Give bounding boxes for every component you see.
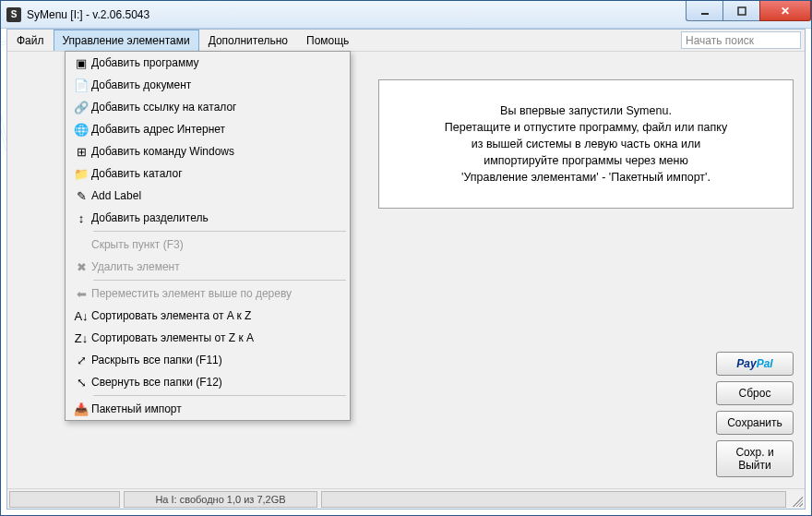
link-icon: 🔗 bbox=[71, 101, 91, 114]
window-controls: ✕ bbox=[686, 1, 811, 21]
folder-icon: 📁 bbox=[71, 167, 91, 181]
menu-item-label: Раскрыть все папки (F11) bbox=[91, 354, 340, 366]
paypal-button[interactable]: PayPal bbox=[716, 352, 794, 376]
resize-grip[interactable] bbox=[790, 494, 803, 507]
menu-item-label: Скрыть пункт (F3) bbox=[91, 238, 340, 251]
info-line: Перетащите и отпустите программу, файл и… bbox=[445, 119, 727, 136]
windows-icon: ⊞ bbox=[71, 145, 91, 159]
menu-separator bbox=[93, 231, 346, 232]
minimize-button[interactable] bbox=[686, 1, 722, 21]
maximize-button[interactable] bbox=[722, 1, 759, 21]
app-icon: S bbox=[6, 7, 21, 22]
menu-item-label: Добавить ссылку на каталог bbox=[91, 101, 340, 114]
save-button[interactable]: Сохранить bbox=[716, 411, 794, 435]
close-button[interactable]: ✕ bbox=[759, 1, 811, 21]
separator-icon: ↕ bbox=[71, 211, 91, 225]
info-line: Вы впервые запустили Symenu. bbox=[445, 102, 727, 119]
menu-item[interactable]: 📄Добавить документ bbox=[66, 74, 350, 96]
menu-manage[interactable]: Управление элементами bbox=[54, 30, 199, 51]
doc-icon: 📄 bbox=[71, 78, 91, 92]
menu-item-label: Переместить элемент выше по дереву bbox=[91, 287, 340, 300]
status-disk: На I: свободно 1,0 из 7,2GB bbox=[124, 491, 317, 508]
menu-item[interactable]: 🌐Добавить адрес Интернет bbox=[66, 118, 350, 140]
menu-item-label: Добавить команду Windows bbox=[91, 145, 340, 158]
menu-item[interactable]: ↕Добавить разделитель bbox=[66, 207, 350, 229]
menu-item[interactable]: 📁Добавить каталог bbox=[66, 162, 350, 185]
menu-item-label: Удалить элемент bbox=[91, 260, 340, 273]
close-icon: ✕ bbox=[781, 5, 790, 18]
menu-item[interactable]: ✎Add Label bbox=[66, 185, 350, 207]
menu-item-label: Сортировать элементы от Z к A bbox=[91, 331, 340, 344]
menu-item-label: Добавить документ bbox=[91, 78, 340, 91]
statusbar: На I: свободно 1,0 из 7,2GB bbox=[7, 488, 805, 509]
status-segment bbox=[321, 491, 786, 508]
menu-separator bbox=[93, 395, 346, 396]
globe-icon: 🌐 bbox=[71, 123, 91, 137]
collapse-icon: ⤡ bbox=[71, 376, 91, 390]
app-icon: ▣ bbox=[71, 56, 91, 70]
svg-rect-1 bbox=[738, 7, 746, 15]
menubar: Файл Управление элементами Дополнительно… bbox=[7, 30, 805, 52]
menu-item-label: Пакетный импорт bbox=[91, 402, 340, 415]
window-title: SyMenu [I:] - v.2.06.5043 bbox=[27, 8, 149, 21]
paypal-text-a: Pay bbox=[736, 357, 756, 370]
menu-item[interactable]: 📥Пакетный импорт bbox=[66, 398, 350, 420]
action-buttons: PayPal Сброс Сохранить Сохр. и Выйти bbox=[716, 352, 794, 477]
menu-item-label: Добавить адрес Интернет bbox=[91, 123, 340, 136]
paypal-text-b: Pal bbox=[757, 357, 773, 370]
info-line: из вышей системы в левую часть окна или bbox=[445, 136, 727, 152]
info-line: 'Управление элементами' - 'Пакетный импо… bbox=[445, 169, 727, 186]
status-segment bbox=[9, 491, 120, 508]
window: PORTAL S SyMenu [I:] - v.2.06.5043 ✕ Фай… bbox=[0, 0, 812, 516]
search-input[interactable]: Начать поиск bbox=[681, 31, 801, 49]
menu-item-label: Свернуть все папки (F12) bbox=[91, 376, 340, 389]
menu-item-label: Добавить каталог bbox=[91, 167, 340, 180]
menu-separator bbox=[93, 280, 346, 281]
reset-button[interactable]: Сброс bbox=[716, 381, 794, 405]
menu-item[interactable]: A↓Сортировать элемента от A к Z bbox=[66, 305, 350, 327]
delete-icon: ✖ bbox=[71, 260, 91, 274]
info-line: импортируйте программы через меню bbox=[445, 152, 727, 169]
sort-az-icon: A↓ bbox=[71, 309, 91, 323]
menu-file[interactable]: Файл bbox=[7, 30, 54, 51]
menu-item-label: Добавить программу bbox=[91, 56, 340, 69]
menu-help[interactable]: Помощь bbox=[297, 30, 358, 51]
import-icon: 📥 bbox=[71, 402, 91, 416]
menu-extra[interactable]: Дополнительно bbox=[199, 30, 297, 51]
menu-item[interactable]: 🔗Добавить ссылку на каталог bbox=[66, 96, 350, 118]
label-icon: ✎ bbox=[71, 189, 91, 203]
info-panel: Вы впервые запустили Symenu. Перетащите … bbox=[378, 79, 794, 209]
menu-item[interactable]: ▣Добавить программу bbox=[66, 52, 350, 74]
menu-item-label: Add Label bbox=[91, 189, 340, 202]
menu-item[interactable]: ⤡Свернуть все папки (F12) bbox=[66, 371, 350, 393]
menu-item[interactable]: Z↓Сортировать элементы от Z к A bbox=[66, 327, 350, 349]
titlebar: S SyMenu [I:] - v.2.06.5043 ✕ bbox=[1, 1, 811, 29]
expand-icon: ⤢ bbox=[71, 354, 91, 367]
menu-item[interactable]: ⤢Раскрыть все папки (F11) bbox=[66, 349, 350, 371]
menu-item-label: Сортировать элемента от A к Z bbox=[91, 309, 340, 322]
move-left-icon: ⬅ bbox=[71, 287, 91, 301]
menu-item: ✖Удалить элемент bbox=[66, 256, 350, 278]
manage-dropdown: ▣Добавить программу📄Добавить документ🔗До… bbox=[65, 51, 351, 421]
menu-item-label: Добавить разделитель bbox=[91, 211, 340, 224]
menu-item: Скрыть пункт (F3) bbox=[66, 234, 350, 256]
client-area: Файл Управление элементами Дополнительно… bbox=[6, 29, 806, 510]
menu-item[interactable]: ⊞Добавить команду Windows bbox=[66, 140, 350, 162]
save-exit-button[interactable]: Сохр. и Выйти bbox=[716, 440, 794, 477]
menu-item: ⬅Переместить элемент выше по дереву bbox=[66, 282, 350, 305]
sort-za-icon: Z↓ bbox=[71, 331, 91, 345]
